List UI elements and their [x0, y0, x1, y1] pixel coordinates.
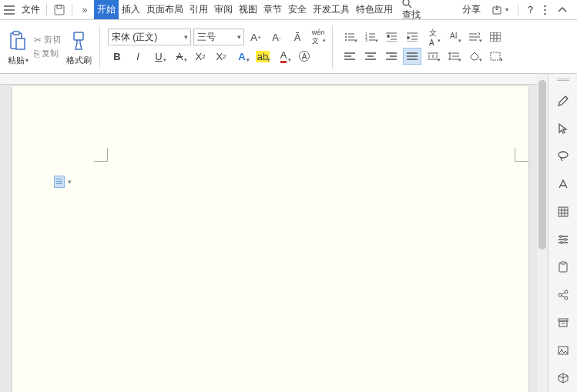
- format-painter-button[interactable]: 格式刷: [66, 55, 92, 66]
- paste-button[interactable]: 粘贴▾: [8, 55, 29, 66]
- tab-review[interactable]: 审阅: [211, 0, 236, 19]
- highlight-button[interactable]: ab: [253, 48, 272, 65]
- font-size-select[interactable]: 三号: [193, 28, 244, 45]
- kebab-icon[interactable]: [539, 5, 551, 15]
- superscript-button[interactable]: X2: [191, 48, 210, 65]
- copy-icon: ⎘: [34, 49, 39, 59]
- brush-icon[interactable]: [65, 28, 92, 54]
- cube-icon[interactable]: [555, 370, 572, 387]
- search-label: 查找: [402, 9, 421, 20]
- svg-point-11: [345, 33, 347, 35]
- menu-file[interactable]: 文件: [18, 0, 43, 19]
- separator: [46, 4, 47, 16]
- cursor-icon[interactable]: [555, 120, 572, 137]
- scissors-icon: ✂: [34, 35, 42, 45]
- tab-special[interactable]: 特色应用: [353, 0, 396, 19]
- svg-rect-1: [57, 5, 62, 8]
- copy-button[interactable]: ⎘复制: [34, 48, 61, 59]
- font-name-select[interactable]: 宋体 (正文): [108, 28, 191, 45]
- strikethrough-button[interactable]: A: [170, 48, 189, 65]
- margin-mark-right: [515, 148, 528, 162]
- svg-point-23: [564, 239, 566, 241]
- align-left-button[interactable]: [340, 48, 359, 65]
- decrease-indent-button[interactable]: [382, 28, 401, 45]
- tab-chapter[interactable]: 章节: [260, 0, 285, 19]
- cut-button[interactable]: ✂剪切: [34, 34, 61, 45]
- shading-button[interactable]: [465, 48, 484, 65]
- border-button[interactable]: [486, 48, 505, 65]
- lasso-icon[interactable]: [555, 148, 572, 165]
- tab-layout[interactable]: 页面布局: [143, 0, 186, 19]
- pencil-icon[interactable]: [555, 92, 572, 109]
- search-button[interactable]: 查找: [402, 0, 421, 22]
- share-button[interactable]: 分享: [458, 3, 485, 16]
- text-effect-button[interactable]: A: [233, 48, 251, 65]
- paragraph-tool-button[interactable]: [465, 28, 484, 45]
- italic-button[interactable]: I: [129, 48, 147, 65]
- help-icon[interactable]: ?: [523, 5, 538, 15]
- increase-indent-button[interactable]: [403, 28, 421, 45]
- number-list-button[interactable]: 123: [361, 28, 380, 45]
- bold-button[interactable]: B: [108, 48, 126, 65]
- page[interactable]: ▾: [12, 86, 528, 392]
- svg-rect-8: [13, 32, 19, 35]
- collapse-icon[interactable]: [552, 6, 572, 14]
- svg-rect-26: [561, 262, 565, 264]
- settings-icon[interactable]: [555, 231, 572, 248]
- tab-dev[interactable]: 开发工具: [310, 0, 353, 19]
- tab-start[interactable]: 开始: [94, 0, 119, 19]
- grid-button[interactable]: [486, 28, 505, 45]
- more-icon[interactable]: »: [78, 5, 92, 15]
- save-icon[interactable]: [52, 5, 66, 15]
- underline-button[interactable]: U: [149, 48, 168, 65]
- tab-reference[interactable]: 引用: [186, 0, 211, 19]
- text-direction-button[interactable]: 文A: [424, 28, 442, 45]
- phonetic-icon[interactable]: wén文: [309, 28, 327, 45]
- vertical-scrollbar[interactable]: [537, 74, 548, 392]
- clipboard-icon[interactable]: [555, 259, 572, 276]
- font-color-button[interactable]: A: [274, 48, 293, 65]
- hamburger-icon[interactable]: [2, 5, 16, 15]
- ribbon: 粘贴▾ ✂剪切 ⎘复制 格式刷 宋体 (正文) 三号 A+ A- Ā wén文 …: [0, 20, 577, 74]
- separator: [72, 4, 72, 16]
- svg-rect-18: [490, 32, 501, 42]
- chevron-down-icon: ▾: [68, 178, 72, 186]
- ruler[interactable]: [0, 74, 548, 85]
- table-icon[interactable]: [555, 203, 572, 220]
- paste-icon[interactable]: [5, 28, 31, 54]
- separator: [332, 25, 333, 69]
- distribute-button[interactable]: [424, 48, 442, 65]
- change-case-icon[interactable]: Ā: [288, 28, 307, 45]
- grip-icon[interactable]: [557, 79, 569, 82]
- export-icon[interactable]: ▾: [487, 5, 513, 15]
- text-style-icon[interactable]: [555, 176, 572, 193]
- tab-view[interactable]: 视图: [236, 0, 260, 19]
- line-spacing-button[interactable]: [444, 48, 463, 65]
- separator: [518, 4, 518, 16]
- circled-char-button[interactable]: A: [295, 48, 314, 65]
- menubar: 文件 » 开始 插入 页面布局 引用 审阅 视图 章节 安全 开发工具 特色应用…: [0, 0, 577, 20]
- svg-point-5: [544, 8, 545, 10]
- tab-insert[interactable]: 插入: [119, 0, 143, 19]
- archive-icon[interactable]: [555, 314, 572, 331]
- bullet-list-button[interactable]: [340, 28, 359, 45]
- increase-font-icon[interactable]: A+: [247, 28, 265, 45]
- scrollbar-thumb[interactable]: [538, 80, 546, 250]
- svg-point-20: [559, 152, 568, 158]
- svg-rect-9: [16, 39, 25, 49]
- align-center-button[interactable]: [361, 48, 380, 65]
- align-vertical-button[interactable]: Aİ: [444, 28, 463, 45]
- svg-point-29: [565, 297, 568, 300]
- svg-rect-32: [559, 347, 568, 354]
- svg-rect-21: [559, 207, 568, 216]
- subscript-button[interactable]: X2: [212, 48, 230, 65]
- align-right-button[interactable]: [382, 48, 401, 65]
- align-justify-button[interactable]: [403, 48, 421, 65]
- format-painter-group: 格式刷: [65, 28, 92, 66]
- link-icon[interactable]: [555, 286, 572, 303]
- separator: [99, 25, 100, 69]
- tab-security[interactable]: 安全: [285, 0, 310, 19]
- paragraph-options-button[interactable]: ▾: [54, 176, 72, 188]
- decrease-font-icon[interactable]: A-: [267, 28, 286, 45]
- image-icon[interactable]: [555, 342, 572, 359]
